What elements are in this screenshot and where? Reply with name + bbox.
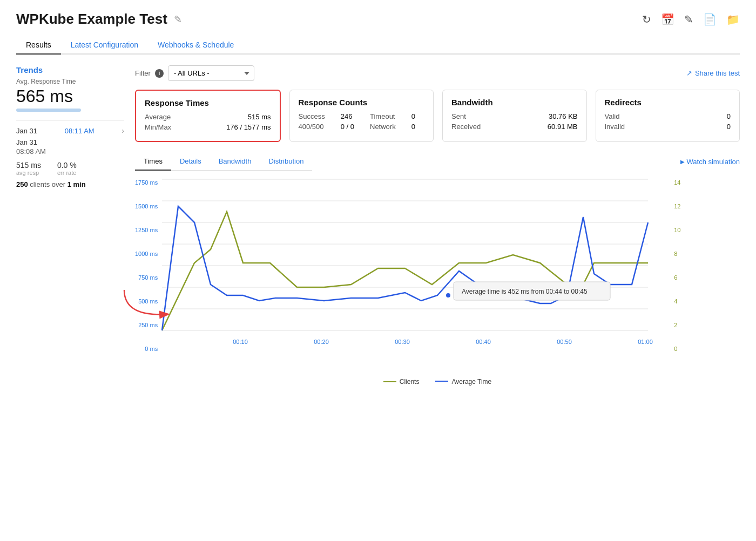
redirects-card: Redirects Valid 0 Invalid 0	[596, 90, 740, 142]
filter-info-icon[interactable]: i	[155, 69, 164, 78]
minmax-label: Min/Max	[145, 123, 171, 131]
clients-count: 250	[16, 180, 28, 188]
timeout-label: Timeout	[370, 112, 405, 120]
header-icons: ↻ 📅 ✎ 📄 📁	[642, 13, 740, 26]
invalid-value: 0	[727, 123, 731, 131]
clients-legend-line	[383, 381, 396, 382]
response-times-title: Response Times	[145, 98, 271, 107]
response-times-card: Response Times Average 515 ms Min/Max 17…	[135, 90, 281, 142]
current-time: 08:11 AM	[65, 127, 94, 135]
sent-value: 30.76 KB	[549, 112, 578, 120]
main-area: Filter i - All URLs - ↗ Share this test …	[135, 65, 740, 386]
avg-response-label: Avg. Response Time	[16, 78, 124, 85]
redirects-title: Redirects	[605, 98, 731, 107]
current-date: Jan 31	[16, 127, 37, 135]
filter-row: Filter i - All URLs - ↗ Share this test	[135, 65, 740, 81]
clients-legend-label: Clients	[400, 378, 420, 386]
tab-latest-configuration[interactable]: Latest Configuration	[61, 36, 148, 55]
400500-value: 0 / 0	[341, 123, 363, 131]
y-right-14: 14	[674, 179, 680, 186]
tooltip-box: Average time is 452 ms from 00:44 to 00:…	[454, 282, 610, 300]
response-counts-title: Response Counts	[299, 98, 425, 107]
refresh-button[interactable]: ↻	[642, 13, 651, 26]
y-label-1000: 1000 ms	[135, 251, 158, 257]
chart-area: 1750 ms 1500 ms 1250 ms 1000 ms 750 ms 5…	[135, 179, 740, 374]
tab-results[interactable]: Results	[16, 36, 61, 55]
clients-label: clients over	[30, 180, 67, 188]
legend-clients: Clients	[383, 378, 420, 386]
x-label-0050: 00:50	[557, 339, 572, 345]
sidebar: Trends Avg. Response Time 565 ms Jan 31 …	[16, 65, 124, 386]
avg-resp-stat: 515 ms avg resp	[16, 161, 41, 176]
avg-time-legend-label: Average Time	[451, 378, 491, 386]
tab-times[interactable]: Times	[135, 153, 171, 171]
avg-value: 515 ms	[248, 113, 271, 121]
minmax-row: Min/Max 176 / 1577 ms	[145, 123, 271, 131]
tab-distribution[interactable]: Distribution	[260, 153, 312, 171]
edit-button[interactable]: ✎	[684, 13, 693, 26]
valid-row: Valid 0	[605, 112, 731, 120]
sidebar-stats: 515 ms avg resp 0.0 % err rate	[16, 161, 124, 176]
share-label: Share this test	[695, 69, 740, 77]
network-label: Network	[370, 123, 405, 131]
success-label: Success	[299, 112, 334, 120]
watch-simulation-label: Watch simulation	[687, 158, 740, 166]
red-arrow-container	[119, 285, 178, 329]
filter-label: Filter	[135, 69, 151, 77]
y-right-0: 0	[674, 346, 677, 352]
y-right-4: 4	[674, 298, 677, 305]
avg-time-value: 565 ms	[16, 86, 124, 106]
url-filter-select[interactable]: - All URLs -	[168, 65, 254, 81]
prev-time: 08:08 AM	[16, 147, 124, 155]
clients-line	[162, 212, 648, 330]
clients-duration: 1 min	[68, 180, 86, 188]
err-rate-stat: 0.0 % err rate	[57, 161, 77, 176]
tab-webhooks-schedule[interactable]: Webhooks & Schedule	[148, 36, 244, 55]
minmax-value: 176 / 1577 ms	[226, 123, 271, 131]
y-label-1500: 1500 ms	[135, 203, 158, 209]
calendar-button[interactable]: 📅	[661, 13, 674, 26]
share-icon: ↗	[686, 69, 692, 77]
x-label-0020: 00:20	[314, 339, 329, 345]
share-button[interactable]: ↗ Share this test	[686, 69, 740, 77]
y-right-12: 12	[674, 203, 680, 209]
err-rate-label: err rate	[57, 170, 77, 176]
tab-bandwidth[interactable]: Bandwidth	[210, 153, 260, 171]
x-label-0030: 00:30	[395, 339, 410, 345]
red-arrow-svg	[119, 285, 178, 328]
copy-button[interactable]: 📄	[703, 13, 717, 26]
edit-title-icon[interactable]: ✎	[174, 13, 182, 25]
success-value: 246	[341, 112, 363, 120]
clients-info: 250 clients over 1 min	[16, 180, 124, 188]
sub-tabs: Times Details Bandwidth Distribution	[135, 153, 312, 171]
tab-details[interactable]: Details	[171, 153, 210, 171]
main-content: Trends Avg. Response Time 565 ms Jan 31 …	[16, 65, 740, 386]
sidebar-divider	[16, 120, 124, 121]
legend-avg-time: Average Time	[435, 378, 491, 386]
metric-cards: Response Times Average 515 ms Min/Max 17…	[135, 90, 740, 142]
sub-tabs-row: Times Details Bandwidth Distribution ▶ W…	[135, 153, 740, 171]
y-label-0: 0 ms	[145, 346, 158, 352]
y-label-1250: 1250 ms	[135, 227, 158, 233]
valid-value: 0	[727, 112, 731, 120]
bandwidth-title: Bandwidth	[451, 98, 578, 107]
page-title: WPKube Example Test	[16, 11, 167, 28]
chart-legend: Clients Average Time	[135, 378, 740, 386]
chevron-right-icon: ›	[122, 126, 124, 135]
y-right-10: 10	[674, 227, 680, 233]
y-right-6: 6	[674, 274, 677, 281]
page: WPKube Example Test ✎ ↻ 📅 ✎ 📄 📁 Results …	[0, 0, 756, 396]
invalid-row: Invalid 0	[605, 123, 731, 131]
y-right-8: 8	[674, 251, 677, 257]
main-tabs: Results Latest Configuration Webhooks & …	[16, 36, 740, 55]
sent-label: Sent	[451, 112, 466, 120]
prev-date: Jan 31	[16, 138, 124, 146]
sidebar-current-date-row: Jan 31 08:11 AM ›	[16, 126, 124, 135]
watch-simulation-button[interactable]: ▶ Watch simulation	[680, 158, 740, 166]
trends-title: Trends	[16, 65, 124, 75]
filter-left: Filter i - All URLs -	[135, 65, 254, 81]
y-label-750: 750 ms	[138, 274, 158, 281]
folder-button[interactable]: 📁	[726, 13, 740, 26]
received-row: Received 60.91 MB	[451, 123, 578, 131]
tooltip-dot	[446, 293, 451, 298]
